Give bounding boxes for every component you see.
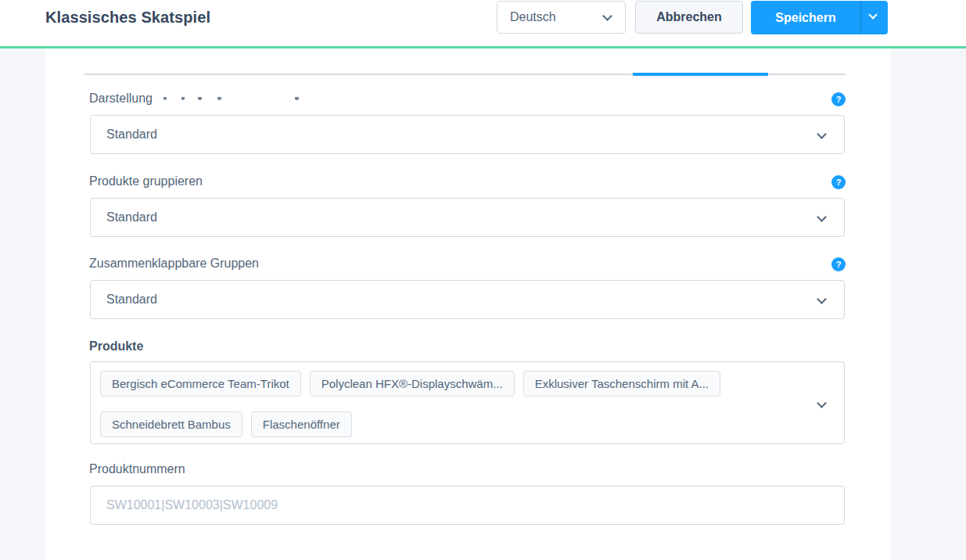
field-label-darstellung: Darstellung [89, 92, 153, 106]
language-select-value: Deutsch [510, 10, 556, 24]
question-mark-glyph: ? [836, 260, 842, 269]
help-icon[interactable]: ? [831, 92, 846, 106]
field-label-produktnummern: Produktnummern [89, 462, 185, 476]
tag-row: Schneidebrett Bambus Flaschenöffner [100, 411, 352, 437]
product-tag[interactable]: Polyclean HFX®-Displayschwäm... [310, 371, 515, 397]
help-icon[interactable]: ? [831, 175, 846, 189]
clipped-text-fragment [295, 97, 299, 100]
product-tag[interactable]: Bergisch eCommerce Team-Trikot [100, 371, 301, 397]
chevron-down-icon [817, 398, 827, 408]
zusammenklappbare-gruppen-select[interactable]: Standard [90, 280, 845, 319]
save-button[interactable]: Speichern [751, 1, 860, 34]
cancel-button[interactable]: Abbrechen [635, 1, 743, 34]
chevron-down-icon [817, 294, 827, 304]
clipped-text-fragment [181, 97, 185, 100]
field-label-produkte: Produkte [89, 339, 143, 354]
clipped-text-fragment [198, 97, 202, 100]
produkte-gruppieren-select[interactable]: Standard [90, 198, 845, 237]
chevron-down-icon [602, 11, 612, 21]
page-title: Klassisches Skatspiel [45, 9, 210, 27]
help-icon[interactable]: ? [831, 257, 846, 271]
darstellung-select[interactable]: Standard [90, 115, 845, 154]
active-tab-underline[interactable] [633, 73, 768, 76]
chevron-down-icon [868, 10, 877, 19]
field-label-produkte-gruppieren: Produkte gruppieren [89, 174, 203, 188]
select-value: Standard [106, 210, 157, 224]
clipped-text-fragment [163, 97, 167, 100]
select-value: Standard [106, 127, 157, 142]
question-mark-glyph: ? [836, 95, 842, 104]
page: Darstellung ? Standard Produkte gruppier… [0, 0, 966, 560]
select-value: Standard [106, 293, 157, 307]
clipped-text-fragment [217, 97, 221, 100]
produkte-multiselect[interactable]: Bergisch eCommerce Team-Trikot Polyclean… [90, 361, 845, 444]
question-mark-glyph: ? [836, 178, 842, 187]
language-select[interactable]: Deutsch [497, 1, 626, 34]
tag-row: Bergisch eCommerce Team-Trikot Polyclean… [100, 371, 720, 397]
product-tag[interactable]: Exklusiver Taschenschirm mit A... [523, 371, 720, 397]
save-dropdown-toggle[interactable] [860, 1, 888, 34]
product-tag[interactable]: Flaschenöffner [251, 411, 352, 437]
field-label-zusammenklappbare-gruppen: Zusammenklappbare Gruppen [89, 257, 259, 271]
produktnummern-input[interactable] [90, 486, 845, 525]
smart-bar-header: Klassisches Skatspiel Deutsch Abbrechen … [0, 0, 966, 48]
save-split-button: Speichern [751, 1, 888, 34]
chevron-down-icon [817, 129, 827, 139]
product-tag[interactable]: Schneidebrett Bambus [100, 411, 242, 437]
chevron-down-icon [817, 212, 827, 222]
